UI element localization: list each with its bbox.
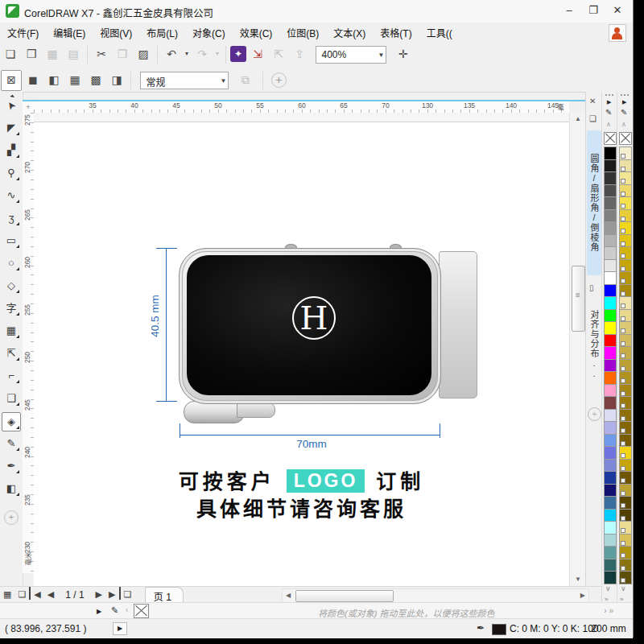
- menu-3[interactable]: 布局(L): [139, 23, 185, 42]
- scroll-right-icon[interactable]: ▶: [580, 592, 585, 599]
- chevron-down-icon[interactable]: ▼: [378, 52, 385, 59]
- color-swatch-cccccc[interactable]: [604, 246, 617, 260]
- color-swatch-0000ff[interactable]: [604, 284, 617, 298]
- drop-shadow-tool[interactable]: ❑: [2, 390, 20, 407]
- color-swatch-4d4d4d[interactable]: [604, 184, 617, 198]
- color-swatch-d1bb5e[interactable]: [619, 334, 632, 348]
- color-swatch-123c3c[interactable]: [604, 571, 617, 584]
- fill-tool[interactable]: ◈: [2, 412, 21, 431]
- dimension-tool[interactable]: ⇱: [2, 345, 20, 362]
- new-document-icon[interactable]: ❏: [1, 44, 20, 64]
- color-swatch-ffffff[interactable]: [604, 271, 617, 285]
- color-swatch-f0e3ab[interactable]: [619, 296, 632, 310]
- color-swatch-999999[interactable]: [604, 221, 617, 235]
- color-swatch-141270[interactable]: [604, 484, 617, 497]
- crop-tool[interactable]: ▞: [2, 142, 20, 159]
- cut-icon[interactable]: ✂: [92, 44, 111, 64]
- horizontal-scrollbar[interactable]: ◀ ▶: [282, 588, 589, 603]
- color-swatch-e2c414[interactable]: [619, 234, 632, 248]
- restore-button[interactable]: ❐: [581, 2, 605, 19]
- color-swatch-ff00ff[interactable]: [604, 346, 617, 360]
- color-swatch-5e4f0a[interactable]: [619, 571, 632, 584]
- color-swatch-eed76b[interactable]: [619, 184, 632, 198]
- color-swatch-5f9ea0[interactable]: [604, 546, 617, 559]
- color-swatch-514002[interactable]: [619, 509, 632, 522]
- color-swatch-a000d0[interactable]: [604, 359, 617, 373]
- rectangle-tool[interactable]: ▭: [2, 232, 20, 250]
- pan-tool-icon[interactable]: ✛: [394, 44, 413, 64]
- color-swatch-e9cd38[interactable]: [619, 209, 632, 223]
- color-swatch-2f6868[interactable]: [604, 559, 617, 572]
- color-swatch-b8ffff[interactable]: [604, 521, 617, 535]
- color-swatch-808080[interactable]: [604, 209, 617, 223]
- color-swatch-b79709[interactable]: [619, 271, 632, 285]
- color-swatch-1a1a1a[interactable]: [604, 159, 617, 173]
- color-swatch-a98a08[interactable]: [619, 284, 632, 298]
- palette-flyout-icon[interactable]: ▶: [97, 608, 101, 615]
- no-color-swatch[interactable]: [134, 604, 149, 618]
- palette-scroll-up-icon[interactable]: ∧: [621, 121, 626, 128]
- menu-2[interactable]: 视图(V): [93, 23, 139, 42]
- drawing-canvas[interactable]: H 40.5 mm 70mm 可按客户 LOGO 订制 具体细节请咨询客服: [34, 113, 569, 586]
- horizontal-scrollbar-thumb[interactable]: [295, 590, 394, 602]
- color-swatch-00ff00[interactable]: [604, 309, 617, 323]
- color-swatch-6f9bea[interactable]: [604, 434, 617, 448]
- menu-5[interactable]: 效果(C): [233, 23, 280, 42]
- close-button[interactable]: ✕: [605, 2, 630, 19]
- app-launcher-icon[interactable]: ✦: [230, 46, 246, 62]
- docker-plus-icon[interactable]: +: [588, 407, 601, 421]
- vertical-scrollbar-thumb[interactable]: [572, 266, 585, 332]
- account-sign-in-button[interactable]: [609, 24, 626, 42]
- add-page-after-icon[interactable]: ❏: [121, 587, 135, 600]
- color-swatch-7d88d8[interactable]: [604, 459, 617, 473]
- polygon-tool[interactable]: ◇: [2, 277, 20, 295]
- menu-6[interactable]: 位图(B): [279, 23, 326, 42]
- last-page-icon[interactable]: ▶: [105, 587, 120, 600]
- status-flyout-icon[interactable]: ▶: [113, 622, 127, 635]
- color-swatch-795d04[interactable]: [619, 434, 632, 448]
- no-fill-icon[interactable]: ⊠: [1, 70, 22, 91]
- color-swatch-7d4040[interactable]: [604, 396, 617, 410]
- chevron-down-icon[interactable]: ▼: [221, 77, 227, 85]
- color-swatch-c6ad48[interactable]: [619, 346, 632, 360]
- scroll-left-icon[interactable]: ‹: [126, 606, 128, 614]
- palette-flyout-icon[interactable]: ▶: [607, 99, 611, 105]
- color-swatch-6f74e0[interactable]: [604, 446, 617, 460]
- color-swatch-dcc975[interactable]: [619, 321, 632, 335]
- fill-preset-combobox[interactable]: 常规 ▼: [140, 72, 229, 89]
- color-swatch-8a7410[interactable]: [619, 559, 632, 572]
- palette-grip[interactable]: [620, 93, 630, 97]
- artistic-media-tool[interactable]: ʒ: [2, 209, 20, 227]
- no-color-swatch[interactable]: [619, 132, 632, 145]
- freehand-tool[interactable]: ∿: [2, 187, 20, 204]
- color-swatch-a58516[interactable]: [619, 384, 632, 398]
- color-swatch-ae9210[interactable]: [619, 546, 632, 559]
- buckle-roller-plate[interactable]: [237, 402, 275, 418]
- color-swatch-bba034[interactable]: [619, 359, 632, 373]
- color-swatch-00ccff[interactable]: [604, 509, 617, 522]
- docker-tab-align[interactable]: 对齐与分布..: [587, 296, 601, 393]
- color-swatch-1c3a9e[interactable]: [604, 471, 617, 485]
- pick-tool[interactable]: ➤: [0, 93, 23, 118]
- color-swatch-b3b3b3[interactable]: [604, 234, 617, 248]
- color-swatch-000000[interactable]: [604, 147, 617, 160]
- color-swatch-3a6e9e[interactable]: [604, 496, 617, 510]
- fill-fountain-icon[interactable]: ◧: [44, 70, 64, 89]
- add-page-before-icon[interactable]: ❏: [14, 587, 29, 600]
- color-swatch-666666[interactable]: [604, 196, 617, 210]
- color-swatch-ece0a4[interactable]: [619, 159, 632, 173]
- menu-7[interactable]: 文本(X): [326, 23, 373, 42]
- color-swatch-f1e493[interactable]: [619, 171, 632, 185]
- paste-icon[interactable]: ▨: [134, 44, 153, 64]
- scroll-left-icon[interactable]: ◀: [286, 592, 291, 599]
- shape-tool[interactable]: ◤: [2, 119, 20, 137]
- color-swatch-f2d414[interactable]: [619, 446, 632, 460]
- toolbox-plus-icon[interactable]: +: [4, 510, 19, 525]
- prev-page-icon[interactable]: ◀: [44, 587, 57, 600]
- text-tool[interactable]: 字: [2, 299, 20, 317]
- eyedropper-icon[interactable]: ✎: [111, 605, 118, 616]
- eyedropper-icon[interactable]: ✎: [605, 108, 612, 117]
- palette-scroll-down-icon[interactable]: ∨: [621, 584, 626, 592]
- next-page-icon[interactable]: ▶: [93, 587, 105, 600]
- color-swatch-9a790d[interactable]: [619, 396, 632, 410]
